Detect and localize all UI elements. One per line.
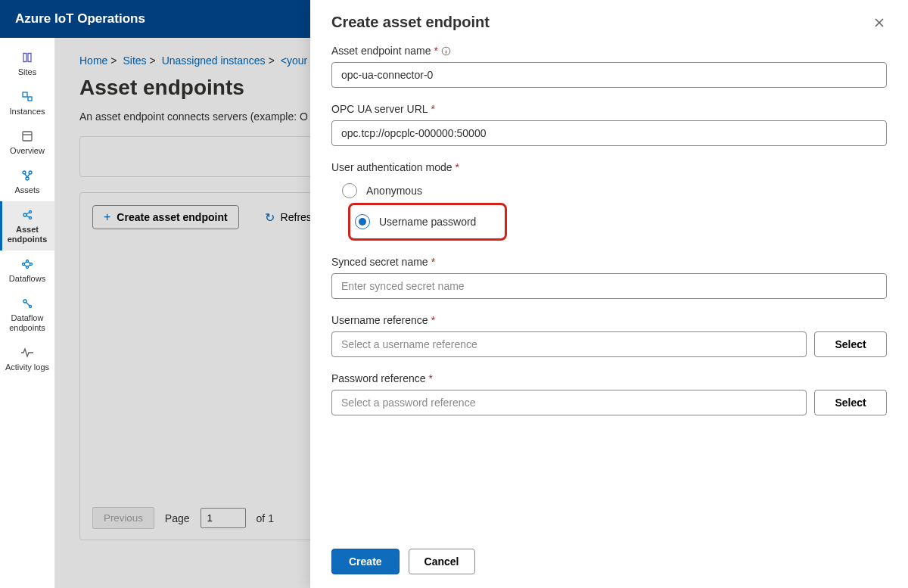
refresh-icon: ↻ — [265, 210, 275, 225]
breadcrumb-item[interactable]: Home — [79, 54, 107, 67]
auth-mode-label: User authentication mode * — [331, 161, 887, 173]
info-icon[interactable] — [441, 45, 452, 56]
sidebar-item-sites[interactable]: Sites — [0, 44, 54, 83]
sidebar-item-label: Sites — [18, 67, 36, 77]
sidebar-item-dataflows[interactable]: Dataflows — [0, 250, 54, 290]
sidebar-item-activity-logs[interactable]: Activity logs — [0, 339, 54, 378]
secret-name-input[interactable] — [331, 273, 887, 299]
svg-rect-1 — [28, 97, 32, 101]
left-nav: Sites Instances Overview Assets — [0, 38, 55, 588]
secret-name-label: Synced secret name * — [331, 256, 887, 268]
endpoint-name-label: Asset endpoint name * — [331, 45, 887, 57]
password-ref-select-button[interactable]: Select — [814, 390, 887, 415]
sidebar-item-label: Instances — [9, 107, 45, 117]
create-asset-endpoint-button[interactable]: + Create asset endpoint — [92, 205, 239, 229]
auth-mode-username-password[interactable]: Username password — [350, 210, 500, 234]
sidebar-item-dataflow-endpoints[interactable]: Dataflow endpoints — [0, 290, 54, 339]
radio-icon — [342, 183, 357, 198]
sidebar-item-label: Activity logs — [5, 362, 49, 372]
svg-point-13 — [23, 300, 26, 303]
page-label: Page — [165, 512, 190, 524]
asset-endpoints-icon — [20, 208, 34, 222]
overview-icon — [20, 129, 34, 143]
password-ref-input[interactable] — [331, 390, 807, 415]
sidebar-item-label: Dataflows — [9, 274, 45, 284]
sidebar-item-instances[interactable]: Instances — [0, 83, 54, 123]
svg-point-5 — [26, 177, 29, 180]
username-password-highlight: Username password — [348, 203, 507, 241]
radio-label: Anonymous — [366, 185, 422, 197]
svg-point-3 — [23, 171, 26, 174]
sidebar-item-asset-endpoints[interactable]: Asset endpoints — [0, 201, 54, 250]
sidebar-item-label: Assets — [14, 185, 39, 195]
svg-rect-2 — [23, 132, 32, 141]
close-icon[interactable] — [872, 15, 887, 30]
previous-button[interactable]: Previous — [92, 507, 154, 529]
sidebar-item-label: Asset endpoints — [0, 225, 54, 244]
create-button-label: Create asset endpoint — [117, 211, 227, 223]
sidebar-item-assets[interactable]: Assets — [0, 162, 54, 201]
plus-icon: + — [104, 211, 110, 223]
auth-mode-group: Anonymous Username password — [331, 179, 887, 241]
breadcrumb-item[interactable]: Unassigned instances — [162, 54, 266, 67]
endpoint-name-input[interactable] — [331, 62, 887, 88]
server-url-input[interactable] — [331, 120, 887, 146]
page-of-label: of 1 — [257, 512, 274, 524]
cancel-button[interactable]: Cancel — [409, 549, 475, 574]
username-ref-select-button[interactable]: Select — [814, 331, 887, 357]
app-title: Azure IoT Operations — [15, 11, 145, 26]
server-url-label: OPC UA server URL * — [331, 103, 887, 115]
book-icon — [20, 51, 34, 64]
radio-label: Username password — [379, 216, 476, 228]
page-number-input[interactable] — [201, 508, 246, 528]
instances-icon — [20, 90, 34, 104]
create-asset-endpoint-panel: Create asset endpoint Asset endpoint nam… — [310, 0, 908, 588]
panel-title: Create asset endpoint — [331, 14, 490, 31]
breadcrumb-item[interactable]: Sites — [123, 54, 146, 67]
activity-logs-icon — [20, 346, 34, 359]
assets-icon — [20, 169, 34, 182]
sidebar-item-label: Dataflow endpoints — [0, 313, 54, 333]
auth-mode-anonymous[interactable]: Anonymous — [342, 179, 887, 203]
svg-point-4 — [29, 171, 32, 174]
dataflows-icon — [20, 257, 34, 271]
sidebar-item-label: Overview — [10, 146, 45, 156]
svg-rect-0 — [23, 92, 27, 97]
password-ref-label: Password reference * — [331, 372, 887, 384]
username-ref-input[interactable] — [331, 331, 807, 357]
radio-icon — [355, 214, 370, 229]
panel-footer: Create Cancel — [310, 537, 908, 588]
svg-point-6 — [23, 213, 26, 216]
create-button[interactable]: Create — [331, 549, 400, 574]
dataflow-endpoints-icon — [20, 297, 34, 310]
username-ref-label: Username reference * — [331, 314, 887, 326]
sidebar-item-overview[interactable]: Overview — [0, 123, 54, 162]
